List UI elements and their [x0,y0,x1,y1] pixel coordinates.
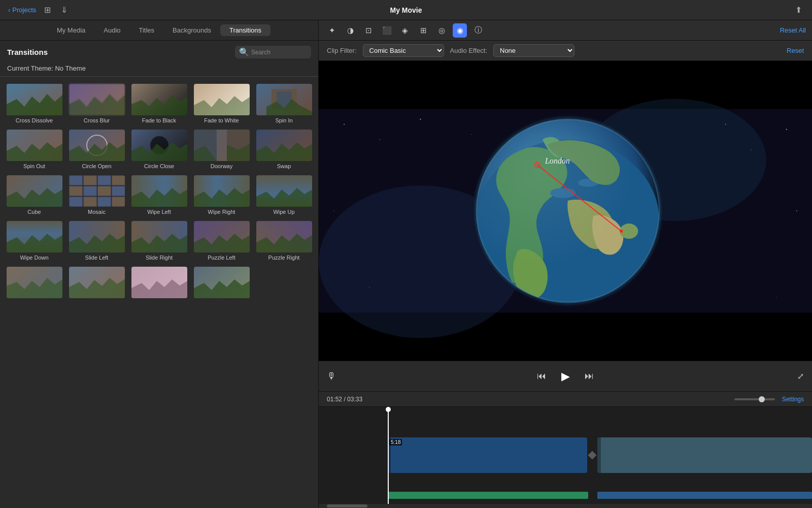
fast-forward-button[interactable]: ⏭ [585,371,594,382]
wipe-up-thumb [256,175,312,207]
svg-rect-29 [97,197,111,207]
transition-puzzle-right[interactable]: Puzzle Right [254,219,314,263]
transition-slide-right[interactable]: Slide Right [129,219,189,263]
playback-controls: 🎙 ⏮ ▶ ⏭ ⤢ [319,361,812,391]
wipe-down-thumb [7,221,62,252]
svg-point-46 [420,119,421,120]
time-badge: 5:18 [389,439,402,446]
extra4-thumb [194,267,250,298]
svg-rect-28 [83,197,97,207]
tab-audio[interactable]: Audio [94,24,129,36]
globe-segment[interactable]: 5:18 [388,437,587,473]
transition-extra2[interactable] [66,265,127,302]
tab-titles[interactable]: Titles [130,24,164,36]
transition-circle-close[interactable]: Circle Close [129,128,189,171]
right-toolbar: ✦ ◑ ⊡ ⬛ ◈ ⊞ ◎ ◉ ⓘ Reset All [319,20,812,41]
settings-button[interactable]: Settings [782,396,804,403]
transition-cube[interactable]: Cube [4,173,64,217]
search-box[interactable]: 🔍 [235,46,311,58]
tab-backgrounds[interactable]: Backgrounds [163,24,220,36]
search-input[interactable] [251,49,307,56]
playhead[interactable] [388,407,389,504]
camera-icon[interactable]: ⬛ [380,23,394,38]
sky-segment[interactable] [597,437,812,473]
audio-icon[interactable]: ◈ [398,23,412,38]
transition-fade-white[interactable]: Fade to White [191,82,252,125]
transition-cross-blur[interactable]: Cross Blur [66,82,127,125]
svg-rect-21 [97,175,111,185]
timeline-scrollbar-thumb[interactable] [327,504,367,507]
svg-point-45 [379,139,380,140]
video-track: 5:18 [319,437,812,483]
current-theme: Current Theme: No Theme [0,61,318,77]
svg-point-44 [344,124,345,125]
layout-icon[interactable]: ⊞ [42,4,53,16]
zoom-slider-track[interactable] [734,398,775,400]
tab-my-media[interactable]: My Media [48,24,94,36]
transition-extra3[interactable] [129,265,189,302]
speed-icon[interactable]: ◎ [434,23,449,38]
chart-icon[interactable]: ⊞ [416,23,430,38]
top-bar: ‹ Projects ⊞ ⇓ My Movie ⬆ [0,0,812,20]
timeline-tracks: 5:18 [319,407,812,504]
play-button[interactable]: ▶ [556,367,574,386]
svg-marker-18 [7,188,62,207]
transition-swap[interactable]: Swap [254,128,314,171]
fullscreen-button[interactable]: ⤢ [797,371,804,381]
transition-spin-in[interactable]: Spin In [254,82,314,125]
magic-wand-icon[interactable]: ✦ [325,23,339,38]
transition-fade-black[interactable]: Fade to Black [129,82,189,125]
audio-track-2 [597,492,812,499]
reset-button[interactable]: Reset [787,47,804,54]
time-display: 01:52 / 03:33 [327,396,362,403]
transition-circle-open[interactable]: Circle Open [66,128,127,171]
tab-transitions[interactable]: Transitions [220,24,270,36]
top-bar-right: ⬆ [793,4,804,16]
transition-cross-dissolve[interactable]: Cross Dissolve [4,82,64,125]
transition-puzzle-left[interactable]: Puzzle Left [191,219,252,263]
transition-extra1[interactable] [4,265,64,302]
puzzle-left-label: Puzzle Left [208,255,235,261]
transition-spin-out[interactable]: Spin Out [4,128,64,171]
mic-button[interactable]: 🎙 [327,371,336,382]
transition-slide-left[interactable]: Slide Left [66,219,127,263]
swap-thumb [256,130,312,161]
crop-icon[interactable]: ⊡ [361,23,376,38]
slide-left-thumb [69,221,125,252]
color-icon[interactable]: ◑ [343,23,357,38]
puzzle-right-thumb [256,221,312,252]
top-bar-left: ‹ Projects ⊞ ⇓ [8,4,70,16]
svg-marker-40 [69,278,125,298]
circle-open-label: Circle Open [82,163,111,169]
transition-wipe-down[interactable]: Wipe Down [4,219,64,263]
share-icon[interactable]: ⬆ [793,4,804,16]
current-time: 01:52 [327,396,342,403]
svg-marker-34 [7,234,62,252]
puzzle-right-label: Puzzle Right [268,255,300,261]
mosaic-label: Mosaic [88,209,106,215]
doorway-thumb [194,130,250,161]
transition-wipe-left[interactable]: Wipe Left [129,173,189,217]
rewind-button[interactable]: ⏮ [537,371,546,382]
reset-all-button[interactable]: Reset All [780,26,806,34]
arrow-down-icon[interactable]: ⇓ [59,4,70,16]
transition-wipe-up[interactable]: Wipe Up [254,173,314,217]
svg-marker-41 [131,279,187,298]
svg-marker-4 [194,96,250,115]
transition-mosaic[interactable]: Mosaic [66,173,127,217]
clip-filter-select[interactable]: Comic Basic None Aged Film Bleach Bypass… [363,44,444,57]
audio-effect-select[interactable]: None Large Room Small Room Reverb Echo T… [493,44,574,57]
fade-white-thumb [194,84,250,115]
back-button[interactable]: ‹ Projects [8,6,36,14]
window-title: My Movie [390,6,422,14]
cross-blur-thumb [69,84,125,115]
transition-wipe-right[interactable]: Wipe Right [191,173,252,217]
info-icon[interactable]: ⓘ [471,23,485,38]
zoom-slider-thumb[interactable] [759,396,765,402]
spin-out-label: Spin Out [23,163,45,169]
circle-close-label: Circle Close [144,163,174,169]
transitions-grid: Cross Dissolve Cross Blur Fade to Black [0,77,318,508]
filter-icon[interactable]: ◉ [453,23,467,38]
transition-doorway[interactable]: Doorway [191,128,252,171]
transition-extra4[interactable] [191,265,252,302]
